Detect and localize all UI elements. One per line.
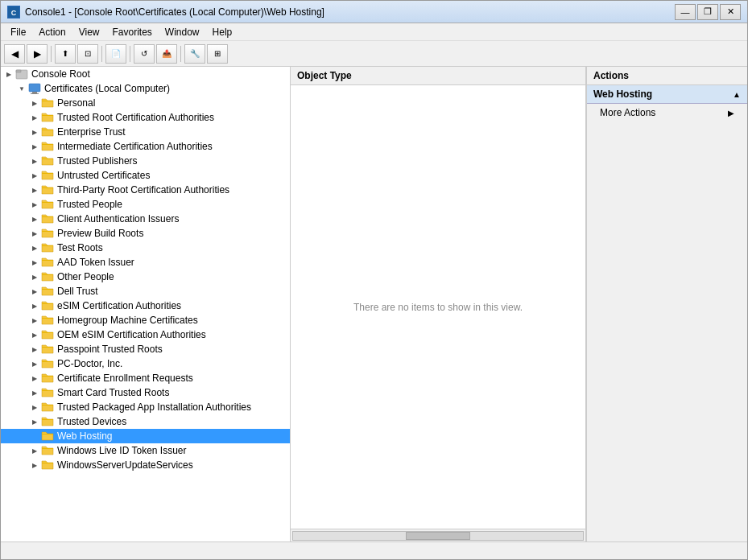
expand-arrow[interactable]: ▶	[28, 140, 41, 153]
expand-arrow[interactable]: ▶	[28, 314, 41, 327]
menu-favorites[interactable]: Favorites	[106, 25, 159, 39]
tree-node-passpoint[interactable]: ▶Passpoint Trusted Roots	[1, 342, 290, 356]
view-button[interactable]: ⊞	[207, 44, 228, 64]
svg-marker-54	[42, 434, 53, 434]
forward-button[interactable]: ▶	[27, 44, 48, 64]
expand-arrow[interactable]: ▶	[28, 386, 41, 399]
tree-label: Trusted Root Certification Authorities	[57, 112, 214, 123]
properties-button[interactable]: 🔧	[184, 44, 205, 64]
expand-arrow[interactable]: ▼	[15, 82, 28, 95]
horizontal-scrollbar-track[interactable]	[292, 531, 584, 541]
tree-node-trusted-packaged[interactable]: ▶Trusted Packaged App Installation Autho…	[1, 400, 290, 414]
expand-arrow[interactable]: ▶	[28, 357, 41, 370]
tree-node-oem-esim[interactable]: ▶OEM eSIM Certification Authorities	[1, 327, 290, 342]
restore-button[interactable]: ❐	[697, 4, 718, 20]
tree-label: Test Roots	[57, 242, 103, 253]
tree-node-homegroup[interactable]: ▶Homegroup Machine Certificates	[1, 313, 290, 327]
menu-help[interactable]: Help	[206, 25, 239, 39]
tree-node-third-party-root[interactable]: ▶Third-Party Root Certification Authorit…	[1, 183, 290, 197]
expand-arrow[interactable]: ▶	[28, 299, 41, 312]
tree-node-enterprise-trust[interactable]: ▶Enterprise Trust	[1, 125, 290, 139]
tree-node-personal[interactable]: ▶Personal	[1, 96, 290, 110]
expand-arrow[interactable]: ▶	[28, 256, 41, 269]
svg-marker-36	[42, 303, 53, 304]
expand-arrow[interactable]: ▶	[28, 270, 41, 283]
action-group-web-hosting[interactable]: Web Hosting ▲	[587, 85, 747, 104]
center-scrollbar[interactable]	[291, 529, 585, 541]
menu-view[interactable]: View	[72, 25, 106, 39]
tree-node-trusted-publishers[interactable]: ▶Trusted Publishers	[1, 154, 290, 168]
svg-marker-41	[42, 345, 53, 353]
svg-marker-32	[42, 274, 53, 275]
folder-icon	[41, 212, 54, 225]
tree-node-intermediate-ca[interactable]: ▶Intermediate Certification Authorities	[1, 139, 290, 154]
tree-node-pc-doctor[interactable]: ▶PC-Doctor, Inc.	[1, 356, 290, 371]
tree-node-windows-server-update[interactable]: ▶WindowsServerUpdateServices	[1, 458, 290, 472]
more-actions-item[interactable]: More Actions ▶	[587, 104, 747, 121]
expand-arrow[interactable]: ▶	[28, 372, 41, 385]
tree-node-smart-card[interactable]: ▶Smart Card Trusted Roots	[1, 385, 290, 400]
tree-node-cert-enrollment[interactable]: ▶Certificate Enrollment Requests	[1, 371, 290, 385]
tree-node-certificates-local[interactable]: ▼Certificates (Local Computer)	[1, 81, 290, 96]
tree-node-untrusted-certs[interactable]: ▶Untrusted Certificates	[1, 168, 290, 183]
expand-arrow[interactable]: ▶	[28, 198, 41, 211]
tree-node-trusted-devices[interactable]: ▶Trusted Devices	[1, 414, 290, 429]
expand-arrow[interactable]: ▶	[28, 154, 41, 167]
tree-label: Client Authentication Issuers	[57, 213, 179, 224]
tree-node-esim-ca[interactable]: ▶eSIM Certification Authorities	[1, 299, 290, 313]
horizontal-scrollbar-thumb[interactable]	[406, 532, 470, 540]
expand-arrow[interactable]: ▶	[28, 212, 41, 225]
expand-arrow[interactable]: ▶	[28, 126, 41, 138]
tree-label: Certificates (Local Computer)	[44, 83, 170, 94]
expand-arrow[interactable]: ▶	[28, 328, 41, 341]
expand-arrow[interactable]: ▶	[28, 401, 41, 414]
svg-text:C: C	[11, 9, 17, 17]
tree-label: Trusted Packaged App Installation Author…	[57, 401, 251, 413]
tree-node-other-people[interactable]: ▶Other People	[1, 270, 290, 284]
folder-icon	[41, 299, 54, 312]
expand-arrow[interactable]: ▶	[28, 241, 41, 254]
expand-arrow[interactable]: ▶	[28, 169, 41, 182]
close-button[interactable]: ✕	[720, 4, 741, 20]
menu-window[interactable]: Window	[159, 25, 206, 39]
folder-icon	[41, 372, 54, 385]
expand-arrow[interactable]: ▶	[28, 459, 41, 471]
new-button[interactable]: 📄	[105, 44, 126, 64]
export-button[interactable]: 📤	[156, 44, 177, 64]
folder-icon	[41, 154, 54, 167]
menu-file[interactable]: File	[4, 25, 32, 39]
svg-marker-44	[42, 361, 53, 362]
tree-node-trusted-people[interactable]: ▶Trusted People	[1, 197, 290, 212]
expand-arrow[interactable]: ▶	[28, 227, 41, 240]
folder-icon	[41, 140, 54, 153]
tree-node-test-roots[interactable]: ▶Test Roots	[1, 241, 290, 255]
tree-node-console-root[interactable]: ▶Console Root	[1, 67, 290, 81]
expand-arrow[interactable]: ▶	[28, 285, 41, 298]
expand-arrow[interactable]: ▶	[2, 68, 15, 80]
tree-node-aad-token[interactable]: ▶AAD Token Issuer	[1, 255, 290, 270]
refresh-button[interactable]: ↺	[134, 44, 155, 64]
expand-arrow[interactable]: ▶	[28, 444, 41, 457]
svg-marker-15	[42, 157, 53, 165]
expand-arrow[interactable]: ▶	[28, 183, 41, 196]
menu-action[interactable]: Action	[32, 25, 72, 39]
expand-arrow[interactable]: ▶	[28, 343, 41, 356]
up-button[interactable]: ⬆	[55, 44, 76, 64]
expand-arrow[interactable]: ▶	[28, 97, 41, 109]
tree-node-trusted-root[interactable]: ▶Trusted Root Certification Authorities	[1, 110, 290, 125]
expand-arrow[interactable]: ▶	[28, 415, 41, 428]
tree-node-windows-live-id[interactable]: ▶Windows Live ID Token Issuer	[1, 443, 290, 458]
tree-node-client-auth[interactable]: ▶Client Authentication Issuers	[1, 212, 290, 226]
folder-icon	[41, 357, 54, 370]
show-hide-button[interactable]: ⊡	[77, 44, 98, 64]
tree-node-web-hosting[interactable]: Web Hosting	[1, 429, 290, 443]
tree-node-preview-build[interactable]: ▶Preview Build Roots	[1, 226, 290, 241]
minimize-button[interactable]: —	[675, 4, 696, 20]
back-button[interactable]: ◀	[4, 44, 25, 64]
svg-marker-27	[42, 244, 53, 252]
folder-icon	[41, 126, 54, 138]
svg-marker-17	[42, 171, 53, 179]
svg-marker-14	[42, 144, 53, 145]
expand-arrow[interactable]: ▶	[28, 111, 41, 124]
tree-node-dell-trust[interactable]: ▶Dell Trust	[1, 284, 290, 299]
